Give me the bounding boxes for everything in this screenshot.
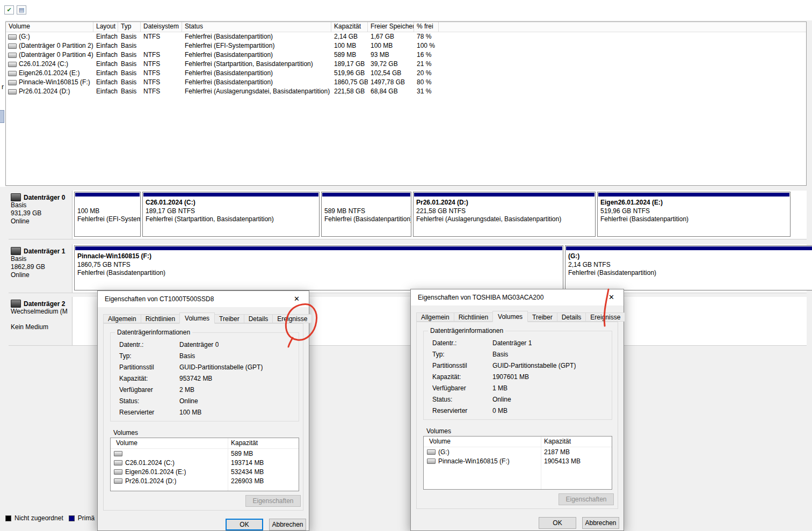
tab-richtlinien[interactable]: Richtlinien xyxy=(454,312,493,322)
close-icon[interactable]: ✕ xyxy=(599,289,624,305)
volume-pct-frei: 100 % xyxy=(414,41,439,50)
table-row[interactable]: (Datenträger 0 Partition 4) Einfach Basi… xyxy=(6,50,806,60)
field-value: Datenträger 1 xyxy=(492,338,532,349)
tab-volumes[interactable]: Volumes xyxy=(179,312,215,324)
volume-pct-frei: 78 % xyxy=(414,32,439,41)
disk-information-group: Datenträgerinformationen Datentr.:Datent… xyxy=(423,331,612,420)
partition-block[interactable]: Pr26.01.2024 (D:) 221,58 GB NTFS Fehlerf… xyxy=(413,192,596,237)
column-header-dateisystem[interactable]: Dateisystem xyxy=(141,22,182,32)
field-value: 1 MB xyxy=(492,383,508,394)
column-header-prozent-frei[interactable]: % frei xyxy=(414,22,439,32)
column-header-kapazitaet[interactable]: Kapazität xyxy=(331,22,368,32)
volume-kapazitaet: 189,17 GB xyxy=(331,60,368,69)
tab-treiber[interactable]: Treiber xyxy=(214,314,244,323)
field-label: Datentr.: xyxy=(111,339,179,351)
partition-block[interactable]: 589 MB NTFS Fehlerfrei (Basisdatenpartit… xyxy=(321,192,411,237)
volume-status: Fehlerfrei (Basisdatenpartition) xyxy=(182,78,331,87)
field-value: 953742 MB xyxy=(179,373,212,384)
checkbox-toolbar-icon[interactable]: ✔ xyxy=(4,5,14,14)
spacer xyxy=(11,316,72,323)
list-item[interactable]: 589 MB xyxy=(111,449,299,458)
volume-name: Eigen26.01.2024 (E:) xyxy=(125,468,186,476)
legend-label: Primä xyxy=(78,514,95,522)
volume-icon xyxy=(427,449,436,455)
partition-block[interactable]: Eigen26.01.2024 (E:) 519,96 GB NTFS Fehl… xyxy=(597,192,791,237)
field-label: Verfügbarer xyxy=(424,383,492,394)
partition-block[interactable]: (G:) 2,14 GB NTFS Fehlerfrei (Basisdaten… xyxy=(565,245,812,290)
column-header-status[interactable]: Status xyxy=(182,22,331,32)
column-header-volume[interactable]: Volume xyxy=(6,22,93,32)
volume-typ: Basis xyxy=(118,50,141,60)
partition-block[interactable]: 100 MB Fehlerfrei (EFI-Systempartition) xyxy=(74,192,141,237)
field-value: Datenträger 0 xyxy=(179,339,219,351)
volume-layout: Einfach xyxy=(93,41,118,50)
tab-details[interactable]: Details xyxy=(244,314,273,323)
cancel-button[interactable]: Abbrechen xyxy=(269,519,306,530)
disk-information-group: Datenträgerinformationen Datentr.:Datent… xyxy=(110,332,299,421)
tab-richtlinien[interactable]: Richtlinien xyxy=(141,314,180,323)
table-row[interactable]: Pr26.01.2024 (D:) Einfach Basis NTFS Feh… xyxy=(6,87,806,96)
field-label: Typ: xyxy=(111,351,179,362)
disk-icon xyxy=(11,247,21,255)
volume-layout: Einfach xyxy=(93,78,118,87)
volume-frei: 68,84 GB xyxy=(368,87,414,96)
volume-icon xyxy=(114,469,122,475)
legend: Nicht zugeordnet Primä xyxy=(5,514,95,522)
list-item[interactable]: Pinnacle-Win160815 (F:)1905413 MB xyxy=(424,456,612,465)
tab-ereignisse[interactable]: Ereignisse xyxy=(272,314,312,323)
partition-status: Fehlerfrei (Basisdatenpartition) xyxy=(322,215,411,223)
volumes-listbox[interactable]: Volume Kapazität 589 MB C26.01.2024 (C:)… xyxy=(110,438,299,491)
volume-status: Fehlerfrei (Basisdatenpartition) xyxy=(182,32,331,41)
table-row[interactable]: (G:) Einfach Basis NTFS Fehlerfrei (Basi… xyxy=(6,32,806,41)
primary-partition-swatch xyxy=(69,515,75,521)
partition-block[interactable]: Pinnacle-Win160815 (F:) 1860,75 GB NTFS … xyxy=(74,245,563,290)
table-row[interactable]: Eigen26.01.2024 (E:) Einfach Basis NTFS … xyxy=(6,69,806,78)
volume-icon xyxy=(8,62,17,67)
tab-treiber[interactable]: Treiber xyxy=(527,312,557,322)
cancel-button[interactable]: Abbrechen xyxy=(582,517,619,529)
table-row[interactable]: Pinnacle-Win160815 (F:) Einfach Basis NT… xyxy=(6,78,806,87)
tab-allgemein[interactable]: Allgemein xyxy=(416,312,454,322)
volume-name: (G:) xyxy=(19,32,30,41)
volume-name: Pinnacle-Win160815 (F:) xyxy=(438,457,510,465)
volume-layout: Einfach xyxy=(93,87,118,96)
dialog-titlebar[interactable]: Eigenschaften von TOSHIBA MG03ACA200 ✕ xyxy=(411,289,624,305)
partition-block[interactable]: C26.01.2024 (C:) 189,17 GB NTFS Fehlerfr… xyxy=(142,192,320,237)
ok-button[interactable]: OK xyxy=(539,517,576,529)
tab-ereignisse[interactable]: Ereignisse xyxy=(585,312,625,322)
volume-name: Pr26.01.2024 (D:) xyxy=(19,87,70,96)
primary-partition-color-bar xyxy=(414,193,595,197)
disk-header[interactable]: Datenträger 2 Wechselmedium (M Kein Medi… xyxy=(9,297,73,345)
partition-name: Pinnacle-Win160815 (F:) xyxy=(75,250,563,260)
ok-button[interactable]: OK xyxy=(226,519,263,530)
table-header: Volume Layout Typ Dateisystem Status Kap… xyxy=(6,22,806,32)
tab-details[interactable]: Details xyxy=(557,312,586,322)
column-header-typ[interactable]: Typ xyxy=(118,22,141,32)
volumes-listbox[interactable]: Volume Kapazität (G:)2187 MB Pinnacle-Wi… xyxy=(423,436,612,490)
volume-frei: 100 MB xyxy=(368,41,414,50)
table-row[interactable]: (Datenträger 0 Partition 2) Einfach Basi… xyxy=(6,41,806,50)
disk-header[interactable]: Datenträger 0 Basis 931,39 GB Online xyxy=(9,191,73,239)
tab-allgemein[interactable]: Allgemein xyxy=(103,314,141,323)
list-item[interactable]: C26.01.2024 (C:)193714 MB xyxy=(111,458,299,467)
table-row[interactable]: C26.01.2024 (C:) Einfach Basis NTFS Fehl… xyxy=(6,60,806,69)
clipped-left-icon-fragment xyxy=(0,110,4,123)
list-item[interactable]: Eigen26.01.2024 (E:)532434 MB xyxy=(111,467,299,476)
volume-name: Pinnacle-Win160815 (F:) xyxy=(19,78,90,87)
column-header-freier-speicher[interactable]: Freier Speicher xyxy=(368,22,414,32)
disk-header[interactable]: Datenträger 1 Basis 1862,89 GB Online xyxy=(9,244,73,293)
field-value: Online xyxy=(179,396,198,407)
close-icon[interactable]: ✕ xyxy=(285,291,309,307)
primary-partition-color-bar xyxy=(143,193,318,197)
partition-status: Fehlerfrei (Basisdatenpartition) xyxy=(75,268,563,277)
group-title: Datenträgerinformationen xyxy=(115,329,192,336)
column-header-layout[interactable]: Layout xyxy=(93,22,118,32)
list-item[interactable]: Pr26.01.2024 (D:)226903 MB xyxy=(111,476,299,485)
volume-fs: NTFS xyxy=(141,60,182,69)
tab-volumes[interactable]: Volumes xyxy=(492,311,528,322)
volume-status: Fehlerfrei (Startpartition, Basisdatenpa… xyxy=(182,60,331,69)
properties-toolbar-icon[interactable]: ▤ xyxy=(17,5,26,14)
list-item[interactable]: (G:)2187 MB xyxy=(424,447,612,456)
field-value: Basis xyxy=(492,349,508,360)
dialog-titlebar[interactable]: Eigenschaften von CT1000T500SSD8 ✕ xyxy=(98,291,309,307)
